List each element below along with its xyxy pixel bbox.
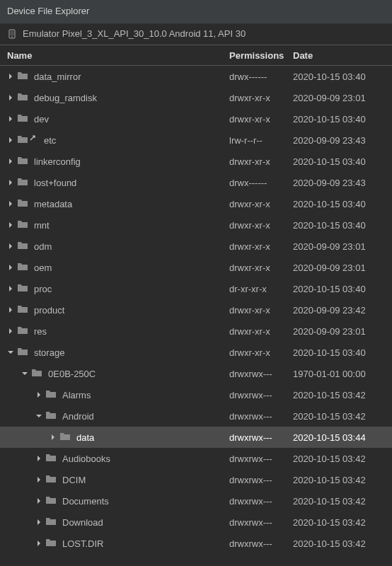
file-table: Name Permissions Date data_mirrordrwx---… xyxy=(0,45,392,554)
folder-icon xyxy=(59,432,74,444)
name-cell: res xyxy=(7,325,229,337)
table-row[interactable]: datadrwxrwx---2020-10-15 03:44 xyxy=(0,427,392,448)
table-row[interactable]: devdrwxr-xr-x2020-10-15 03:40 xyxy=(0,108,392,129)
folder-icon xyxy=(45,516,59,529)
folder-icon xyxy=(17,177,31,189)
table-row[interactable]: productdrwxr-xr-x2020-09-09 23:42 xyxy=(0,299,392,320)
date-cell: 2020-10-15 03:42 xyxy=(293,496,385,507)
chevron-right-icon[interactable] xyxy=(7,94,14,101)
column-header-permissions[interactable]: Permissions xyxy=(229,50,293,61)
table-row[interactable]: Downloaddrwxrwx---2020-10-15 03:42 xyxy=(0,512,392,533)
svg-point-2 xyxy=(11,36,13,37)
table-row[interactable]: linkerconfigdrwxr-xr-x2020-10-15 03:40 xyxy=(0,151,392,172)
table-row[interactable]: Androiddrwxrwx---2020-10-15 03:42 xyxy=(0,405,392,427)
table-row[interactable]: DCIMdrwxrwx---2020-10-15 03:42 xyxy=(0,469,392,490)
table-row[interactable]: lost+founddrwx------2020-09-09 23:43 xyxy=(0,172,392,193)
file-name: dev xyxy=(34,114,49,125)
chevron-right-icon[interactable] xyxy=(7,328,14,335)
permissions-cell: drwxrwx--- xyxy=(229,390,293,400)
permissions-cell: drwxrwx--- xyxy=(229,496,293,507)
permissions-cell: lrw-r--r-- xyxy=(229,135,293,146)
file-name: proc xyxy=(34,284,52,294)
chevron-down-icon[interactable] xyxy=(21,370,28,377)
column-header-name[interactable]: Name xyxy=(7,50,229,61)
chevron-right-icon[interactable] xyxy=(7,73,14,80)
chevron-right-icon[interactable] xyxy=(50,434,57,441)
date-cell: 2020-10-15 03:40 xyxy=(293,284,385,294)
folder-icon xyxy=(45,538,59,550)
permissions-cell: drwxrwx--- xyxy=(229,538,293,549)
folder-icon xyxy=(17,71,31,83)
chevron-right-icon[interactable] xyxy=(35,519,42,526)
chevron-right-icon[interactable] xyxy=(7,285,14,292)
table-row[interactable]: procdr-xr-xr-x2020-10-15 03:40 xyxy=(0,278,392,299)
device-label: Emulator Pixel_3_XL_API_30_10.0 Android … xyxy=(23,28,246,39)
table-row[interactable]: etclrw-r--r--2020-09-09 23:43 xyxy=(0,129,392,151)
chevron-right-icon[interactable] xyxy=(7,264,14,271)
chevron-down-icon[interactable] xyxy=(35,412,42,420)
folder-icon xyxy=(45,389,59,401)
file-name: Android xyxy=(62,411,94,422)
name-cell: Android xyxy=(7,410,229,422)
table-row[interactable]: Documentsdrwxrwx---2020-10-15 03:42 xyxy=(0,490,392,512)
chevron-right-icon[interactable] xyxy=(7,243,14,250)
permissions-cell: drwxr-xr-x xyxy=(229,93,293,103)
chevron-right-icon[interactable] xyxy=(35,497,42,504)
name-cell: Alarms xyxy=(7,389,229,401)
chevron-right-icon[interactable] xyxy=(7,221,14,229)
name-cell: debug_ramdisk xyxy=(7,92,229,104)
chevron-right-icon[interactable] xyxy=(35,540,42,547)
table-row[interactable]: resdrwxr-xr-x2020-09-09 23:01 xyxy=(0,320,392,342)
table-row[interactable]: oemdrwxr-xr-x2020-09-09 23:01 xyxy=(0,257,392,278)
date-cell: 2020-10-15 03:40 xyxy=(293,347,385,358)
table-row[interactable]: debug_ramdiskdrwxr-xr-x2020-09-09 23:01 xyxy=(0,87,392,108)
folder-icon xyxy=(17,241,31,253)
device-selector[interactable]: Emulator Pixel_3_XL_API_30_10.0 Android … xyxy=(0,24,392,45)
chevron-right-icon[interactable] xyxy=(7,179,14,186)
date-cell: 2020-10-15 03:40 xyxy=(293,199,385,209)
date-cell: 2020-10-15 03:40 xyxy=(293,71,385,82)
chevron-down-icon[interactable] xyxy=(7,349,14,356)
chevron-right-icon[interactable] xyxy=(35,391,42,398)
table-row[interactable]: LOST.DIRdrwxrwx---2020-10-15 03:42 xyxy=(0,533,392,554)
chevron-right-icon[interactable] xyxy=(7,158,14,165)
table-row[interactable]: odmdrwxr-xr-x2020-09-09 23:01 xyxy=(0,236,392,257)
table-row[interactable]: Audiobooksdrwxrwx---2020-10-15 03:42 xyxy=(0,448,392,469)
name-cell: metadata xyxy=(7,198,229,210)
chevron-right-icon[interactable] xyxy=(35,476,42,483)
date-cell: 2020-09-09 23:43 xyxy=(293,178,385,188)
folder-icon xyxy=(17,325,31,337)
folder-icon xyxy=(17,134,31,146)
table-row[interactable]: mntdrwxr-xr-x2020-10-15 03:40 xyxy=(0,214,392,236)
permissions-cell: drwxr-xr-x xyxy=(229,199,293,209)
name-cell: storage xyxy=(7,347,229,359)
name-cell: data xyxy=(7,432,229,444)
device-phone-icon xyxy=(7,29,17,39)
chevron-right-icon[interactable] xyxy=(7,200,14,207)
svg-rect-1 xyxy=(11,30,14,35)
table-row[interactable]: data_mirrordrwx------2020-10-15 03:40 xyxy=(0,66,392,87)
folder-icon xyxy=(17,219,31,231)
folder-icon xyxy=(17,262,31,274)
name-cell: lost+found xyxy=(7,177,229,189)
folder-icon xyxy=(45,453,59,465)
panel-title: Device File Explorer xyxy=(0,0,392,24)
table-row[interactable]: storagedrwxr-xr-x2020-10-15 03:40 xyxy=(0,342,392,363)
date-cell: 2020-09-09 23:01 xyxy=(293,241,385,252)
name-cell: odm xyxy=(7,241,229,253)
column-header-date[interactable]: Date xyxy=(293,50,385,61)
table-header: Name Permissions Date xyxy=(0,45,392,66)
file-name: debug_ramdisk xyxy=(34,93,97,103)
file-name: data_mirror xyxy=(34,71,81,82)
table-row[interactable]: Alarmsdrwxrwx---2020-10-15 03:42 xyxy=(0,384,392,405)
chevron-right-icon[interactable] xyxy=(35,455,42,462)
chevron-right-icon[interactable] xyxy=(7,137,14,144)
folder-icon xyxy=(45,495,59,507)
name-cell: etc xyxy=(7,134,229,146)
table-row[interactable]: 0E0B-250Cdrwxrwx---1970-01-01 00:00 xyxy=(0,363,392,384)
date-cell: 2020-10-15 03:42 xyxy=(293,454,385,464)
chevron-right-icon[interactable] xyxy=(7,306,14,313)
table-row[interactable]: metadatadrwxr-xr-x2020-10-15 03:40 xyxy=(0,193,392,214)
chevron-right-icon[interactable] xyxy=(7,115,14,122)
permissions-cell: drwxr-xr-x xyxy=(229,347,293,358)
